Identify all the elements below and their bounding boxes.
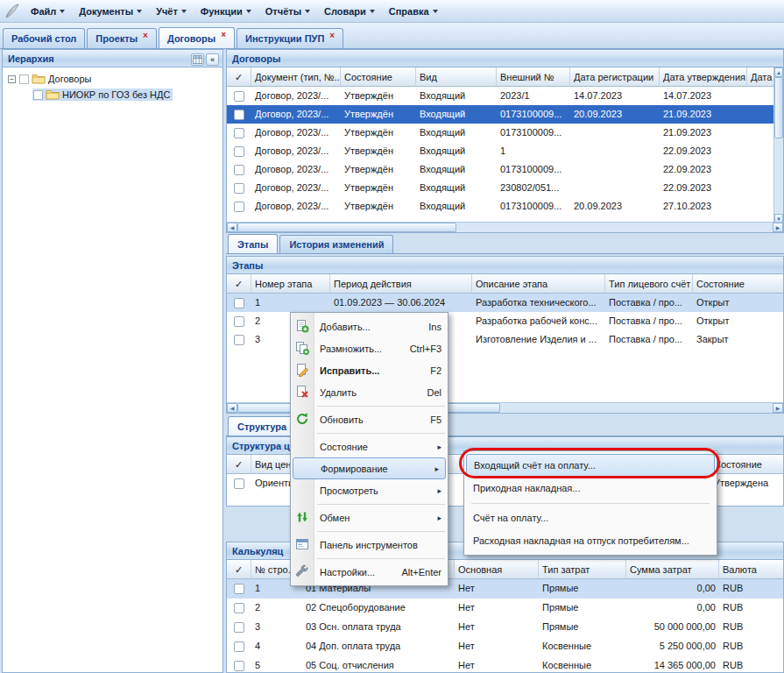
- table-row[interactable]: Договор, 2023/...УтверждёнВходящий122.09…: [227, 142, 783, 160]
- context-menu-item[interactable]: Размножить...Ctrl+F3: [291, 337, 448, 359]
- grid-view-icon[interactable]: [191, 53, 204, 66]
- document-tab[interactable]: Рабочий стол: [3, 28, 85, 48]
- column-header[interactable]: ✓: [227, 560, 251, 579]
- scrollbar-track[interactable]: [500, 403, 773, 413]
- section-tab[interactable]: История изменений: [279, 235, 393, 253]
- submenu-item[interactable]: Счёт на оплату...: [464, 507, 717, 529]
- table-row[interactable]: 202 СпецоборудованиеНетПрямые0,00RUB: [227, 599, 783, 618]
- menubar-item[interactable]: Документы: [72, 0, 149, 22]
- tree-node[interactable]: НИОКР по ГОЗ без НДС: [3, 87, 222, 103]
- tab-close-icon[interactable]: ×: [221, 31, 226, 39]
- scroll-left-icon[interactable]: ◀: [227, 403, 237, 413]
- submenu-item[interactable]: Расходная накладная на отпуск потребител…: [464, 529, 717, 552]
- submenu-item[interactable]: Входящий счёт на оплату...: [466, 454, 715, 477]
- column-header[interactable]: Тип затрат: [539, 560, 626, 579]
- row-checkbox[interactable]: [234, 146, 244, 157]
- column-header[interactable]: Валюта: [719, 560, 784, 579]
- scrollbar-thumb[interactable]: [237, 223, 456, 232]
- column-header[interactable]: ✓: [227, 274, 251, 294]
- scroll-up-icon[interactable]: ▲: [774, 67, 783, 77]
- table-row[interactable]: 101.09.2023 — 30.06.2024Разработка техни…: [227, 294, 783, 312]
- row-checkbox[interactable]: [234, 128, 244, 138]
- row-checkbox[interactable]: [234, 202, 244, 212]
- row-checkbox[interactable]: [234, 298, 244, 308]
- scroll-right-icon[interactable]: ▶: [773, 403, 783, 413]
- collapse-panel-icon[interactable]: «: [206, 53, 219, 66]
- column-header[interactable]: Состояние: [341, 67, 416, 87]
- vertical-scrollbar[interactable]: ▲ ▼: [773, 67, 783, 223]
- scrollbar-track[interactable]: [456, 223, 773, 232]
- table-row[interactable]: 505 Соц. отчисленияНетКосвенные14 365 00…: [227, 656, 783, 673]
- scroll-left-icon[interactable]: ◀: [227, 223, 237, 232]
- column-header[interactable]: Основная: [455, 560, 539, 579]
- scrollbar-thumb[interactable]: [774, 77, 783, 138]
- row-checkbox[interactable]: [234, 183, 244, 194]
- table-row[interactable]: 404 Доп. оплата трудаНетКосвенные5 250 0…: [227, 637, 783, 656]
- column-header[interactable]: Сумма затрат: [626, 560, 719, 579]
- context-menu-item[interactable]: Обмен▸: [291, 507, 448, 528]
- column-header[interactable]: Дата регистрации: [570, 67, 660, 87]
- table-row[interactable]: Договор, 2023/...УтверждёнВходящий017310…: [227, 105, 783, 124]
- row-checkbox[interactable]: [234, 622, 244, 633]
- cell: Закрыт: [693, 330, 784, 349]
- column-header[interactable]: ✓: [227, 67, 251, 87]
- context-menu-item[interactable]: Просмотреть▸: [291, 479, 448, 501]
- menubar-item[interactable]: Словари: [317, 0, 382, 22]
- context-menu-item[interactable]: ОбновитьF5: [291, 408, 448, 430]
- section-tab[interactable]: Структура: [228, 416, 296, 436]
- submenu-item[interactable]: Приходная накладная...: [464, 477, 717, 499]
- column-header[interactable]: Описание этапа: [472, 274, 605, 294]
- row-checkbox[interactable]: [234, 478, 244, 489]
- column-header[interactable]: Вид: [416, 67, 497, 87]
- scroll-right-icon[interactable]: ▶: [773, 223, 783, 232]
- scrollbar-track[interactable]: [774, 138, 783, 214]
- column-header[interactable]: Номер этапа: [251, 274, 330, 294]
- table-row[interactable]: Договор, 2023/...УтверждёнВходящий2023/1…: [227, 87, 783, 105]
- document-tab[interactable]: Инструкции ПУП×: [237, 28, 343, 48]
- tab-close-icon[interactable]: ×: [143, 32, 148, 39]
- context-menu-item[interactable]: Исправить...F2: [291, 359, 448, 381]
- column-header[interactable]: Состояние: [693, 274, 784, 294]
- row-checkbox[interactable]: [234, 165, 244, 175]
- column-header[interactable]: Период действия: [330, 274, 472, 294]
- table-row[interactable]: Договор, 2023/...УтверждёнВходящий017310…: [227, 160, 783, 179]
- row-checkbox[interactable]: [234, 91, 244, 102]
- context-menu-item[interactable]: Настройки...Alt+Enter: [291, 561, 448, 583]
- menubar-item[interactable]: Файл: [24, 0, 72, 22]
- tree-checkbox-icon[interactable]: [33, 90, 43, 100]
- document-tab[interactable]: Проекты×: [87, 28, 157, 48]
- menubar-item[interactable]: Справка: [382, 0, 445, 22]
- menubar-item[interactable]: Отчёты: [258, 0, 317, 22]
- horizontal-scrollbar[interactable]: ◀ ▶: [227, 222, 783, 232]
- column-header[interactable]: Внешний №: [497, 67, 570, 87]
- context-menu-item[interactable]: Состояние▸: [291, 436, 448, 457]
- row-checkbox[interactable]: [234, 110, 244, 120]
- column-header[interactable]: Документ (тип, №...: [251, 67, 341, 87]
- tab-close-icon[interactable]: ×: [329, 32, 335, 39]
- row-checkbox[interactable]: [234, 603, 244, 613]
- context-menu-item[interactable]: Добавить...Ins: [291, 315, 448, 337]
- tree-expander-icon[interactable]: −: [8, 75, 16, 83]
- row-checkbox[interactable]: [234, 584, 244, 594]
- table-row[interactable]: Договор, 2023/...УтверждёнВходящий017310…: [227, 124, 783, 142]
- column-header[interactable]: Состояние: [710, 455, 784, 474]
- row-checkbox[interactable]: [234, 661, 244, 671]
- column-header[interactable]: Тип лицевого счёт: [605, 274, 693, 294]
- section-tab[interactable]: Этапы: [228, 234, 278, 253]
- tree-checkbox-icon[interactable]: [19, 74, 29, 84]
- row-checkbox[interactable]: [234, 335, 244, 345]
- table-row[interactable]: 303 Осн. оплата трудаНетПрямые50 000 000…: [227, 618, 783, 637]
- context-menu-item[interactable]: УдалитьDel: [291, 381, 448, 403]
- menubar-item[interactable]: Функции: [194, 0, 258, 22]
- column-header[interactable]: ✓: [227, 455, 251, 474]
- tree-node[interactable]: −Договоры: [3, 71, 222, 87]
- context-menu-item[interactable]: Панель инструментов: [291, 534, 448, 556]
- table-row[interactable]: Договор, 2023/...УтверждёнВходящий230802…: [227, 179, 783, 197]
- row-checkbox[interactable]: [234, 641, 244, 652]
- column-header[interactable]: Дата утверждения: [660, 67, 747, 87]
- table-row[interactable]: Договор, 2023/...УтверждёнВходящий017310…: [227, 197, 783, 216]
- menubar-item[interactable]: Учёт: [149, 0, 194, 22]
- row-checkbox[interactable]: [234, 316, 244, 327]
- document-tab[interactable]: Договоры×: [159, 27, 235, 48]
- context-menu-item[interactable]: Формирование▸: [293, 457, 446, 479]
